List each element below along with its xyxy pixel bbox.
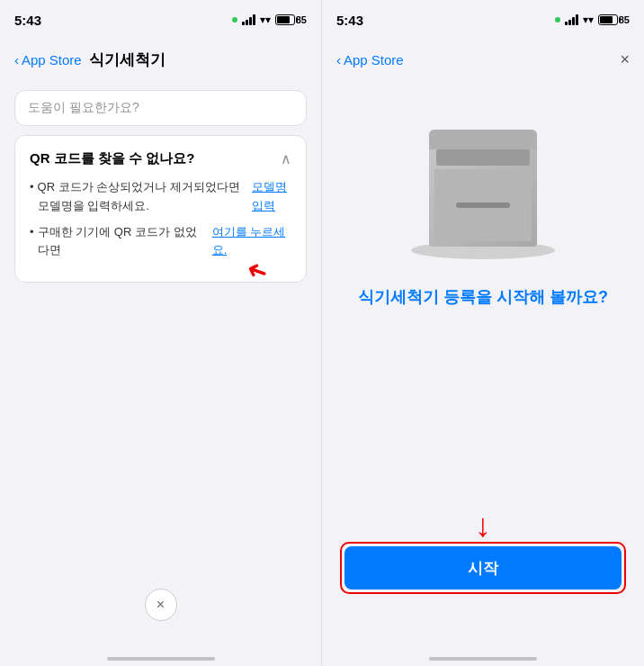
- status-icons-right: ▾▾ 85: [555, 14, 630, 26]
- dishwasher-illustration: [402, 115, 564, 259]
- dishwasher-top: [429, 130, 537, 149]
- dishwasher-panel: [436, 149, 530, 166]
- home-bar-right: [322, 641, 644, 666]
- search-box[interactable]: 도움이 필요한가요?: [14, 90, 307, 126]
- start-btn-border: 시작: [340, 542, 626, 594]
- back-label-right: App Store: [344, 52, 404, 68]
- back-label-left: App Store: [22, 52, 82, 68]
- activity-dot-left: [232, 17, 237, 22]
- faq-body: QR 코드가 손상되었거나 제거되었다면 모델명을 입력하세요. 모델명 입력 …: [30, 178, 291, 260]
- arrow-icon-right: ↓: [475, 507, 491, 544]
- nav-bar-left: ‹ App Store 식기세척기: [0, 40, 321, 79]
- time-left: 5:43: [14, 13, 41, 28]
- close-button-right[interactable]: ×: [620, 50, 630, 69]
- chevron-up-icon: ∧: [281, 150, 291, 167]
- title-part1: 식기세척기: [358, 288, 439, 306]
- dishwasher-door: [434, 169, 532, 241]
- status-bar-left: 5:43 ▾▾ 85: [0, 0, 321, 40]
- back-button-left[interactable]: ‹ App Store: [14, 52, 82, 68]
- home-indicator-left: [107, 657, 215, 661]
- start-button-wrap: 시작: [340, 542, 626, 594]
- activity-dot-right: [555, 17, 560, 22]
- wifi-icon-right: ▾▾: [583, 14, 594, 26]
- signal-icon-left: [242, 14, 255, 25]
- faq-item-1: QR 코드가 손상되었거나 제거되었다면 모델명을 입력하세요. 모델명 입력: [30, 178, 291, 216]
- close-icon-left: ×: [157, 597, 165, 613]
- left-content: 도움이 필요한가요? QR 코드를 찾을 수 없나요? ∧ QR 코드가 손상되…: [0, 79, 321, 641]
- start-button[interactable]: 시작: [344, 546, 622, 590]
- status-icons-left: ▾▾ 85: [232, 14, 307, 26]
- wifi-icon-left: ▾▾: [260, 14, 271, 26]
- right-screen: 5:43 ▾▾ 85 ‹ App Store ×: [322, 0, 644, 666]
- chevron-left-icon-right: ‹: [336, 52, 341, 68]
- left-screen: 5:43 ▾▾ 85 ‹ App Store 식기세척기 도움이 필요한가요?: [0, 0, 322, 666]
- chevron-left-icon-left: ‹: [14, 52, 19, 68]
- back-button-right[interactable]: ‹ App Store: [336, 52, 404, 68]
- time-right: 5:43: [336, 13, 363, 28]
- registration-title: 식기세척기 등록을 시작해 볼까요?: [358, 286, 608, 309]
- battery-icon-right: 85: [598, 14, 630, 25]
- search-placeholder: 도움이 필요한가요?: [28, 100, 139, 114]
- home-bar-left: [0, 641, 321, 666]
- faq-title: QR 코드를 찾을 수 없나요?: [30, 150, 194, 167]
- page-title-left: 식기세척기: [89, 50, 165, 70]
- dishwasher-body: [429, 130, 537, 247]
- status-bar-right: 5:43 ▾▾ 85: [322, 0, 644, 40]
- dishwasher-handle: [456, 202, 510, 208]
- home-indicator-right: [429, 657, 537, 661]
- title-part2: 등록을 시작해 볼까요?: [439, 288, 608, 306]
- faq-header[interactable]: QR 코드를 찾을 수 없나요? ∧: [30, 150, 291, 167]
- battery-icon-left: 85: [275, 14, 307, 25]
- model-link[interactable]: 모델명 입력: [252, 178, 291, 216]
- nav-bar-right: ‹ App Store ×: [322, 40, 644, 79]
- signal-icon-right: [565, 14, 578, 25]
- close-button-left[interactable]: ×: [145, 589, 177, 621]
